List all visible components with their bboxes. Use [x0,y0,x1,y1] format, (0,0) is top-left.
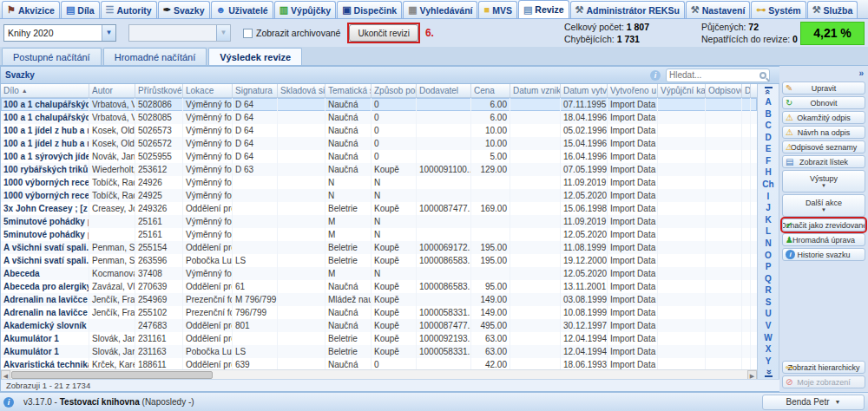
module-tab[interactable]: ⚒ Nastavení [686,1,750,18]
alphabet-letter[interactable]: K [762,215,773,225]
alphabet-letter[interactable]: W [762,333,773,342]
double-chevron-up-icon[interactable]: « [765,85,773,96]
sidebar-action-button[interactable]: ✎ Upravit [782,82,865,95]
column-header[interactable]: Výpůjční kat .. [658,84,706,97]
table-row[interactable]: A všichni svatí spali. 2. díl Penman, Sh… [1,241,757,254]
column-header[interactable]: Způsob poři .. [372,84,417,97]
sidebar-action-button[interactable]: i Historie svazku [782,248,865,261]
alphabet-letter[interactable]: H [762,167,773,177]
module-tab[interactable]: ☻ Uživatelé [211,1,273,18]
table-row[interactable]: Adrenalin na lavičce : zp... Jenčík, Fra… [1,306,757,319]
table-row[interactable]: Abeceda pro alergiky a p... Zavázal, Vla… [1,280,757,293]
column-header[interactable]: Dat [742,84,751,97]
alphabet-letter[interactable]: R [762,285,773,295]
table-row[interactable]: Akumulátor 1 Slovák, Jan, ... 231163 Pob… [1,345,757,358]
current-user-button[interactable]: Benda Petr ▼ [762,395,865,410]
alphabet-letter[interactable]: A [762,97,773,107]
sidebar-action-button[interactable]: ⊶ Zobrazit hierarchicky [782,361,865,374]
table-row[interactable]: Akumulátor 1 Slovák, Jan, ... 231161 Odd… [1,332,757,345]
column-header[interactable]: Datum vytvo .. [561,84,608,97]
sidebar-action-button[interactable]: ✔ Označit jako zrevidované [782,219,865,232]
module-tab[interactable]: ⚑ Akvizice [2,1,60,18]
module-tab[interactable]: ■ MVS [478,1,516,18]
sidebar-action-button[interactable]: Výstupy ▼ [782,170,865,192]
alphabet-letter[interactable]: P [762,262,773,271]
module-tab[interactable]: ✒ Svazky [158,1,210,18]
column-header[interactable]: Autor [89,84,135,97]
scroll-left-icon[interactable]: ◀ [1,370,10,380]
alphabet-letter[interactable]: L [762,226,773,236]
table-row[interactable]: 1000 výborných receptů Tobíčk, Radk... 2… [1,176,757,189]
table-row[interactable]: 100 a 1 sýrových jídel Novák, Jan 502595… [1,150,757,163]
module-tab[interactable]: ▤ Díla [61,1,100,18]
column-header[interactable]: Dodavatel [417,84,471,97]
alphabet-letter[interactable]: U [762,309,773,318]
alphabet-letter[interactable]: F [762,156,773,166]
module-tab[interactable]: ⊶ Systém [751,1,806,18]
double-chevron-down-icon[interactable]: « [765,367,773,378]
alphabet-letter[interactable]: V [762,321,773,330]
alphabet-letter[interactable]: S [762,297,773,307]
search-icon[interactable] [760,72,766,79]
finish-revision-button[interactable]: Ukončit revizi [349,24,418,42]
table-row[interactable]: 100 a 1 chalupářských p... Vrbatová, Ve.… [1,111,757,124]
secondary-select[interactable]: ▼ [128,24,231,42]
module-tab[interactable]: ▤ Revize [518,0,569,18]
column-header[interactable]: Dílo▲ [1,84,89,97]
chevron-down-icon[interactable]: ▼ [216,25,230,41]
sidebar-action-button[interactable]: ⚠ Návrh na odpis [782,126,865,139]
search-box[interactable] [666,68,770,82]
sidebar-action-button[interactable]: ⚠ Odpisové seznamy [782,140,865,153]
table-row[interactable]: A všichni svatí spali. 2. díl Penman, Sh… [1,254,757,267]
column-header[interactable]: Lokace [183,84,233,97]
table-row[interactable]: 100 a 1 chalupářských p... Vrbatová, Ve.… [1,98,757,111]
alphabet-letter[interactable]: J [762,203,773,212]
table-row[interactable]: Akvaristická technika Krček, Karel, ... … [1,358,757,369]
sidebar-action-button[interactable]: ⊘ Moje zobrazení [782,375,865,388]
sidebar-action-button[interactable]: Další akce ▼ [782,194,865,217]
alphabet-letter[interactable]: Q [762,274,773,284]
table-row[interactable]: 100 rybářských triků : P... Wiederholt, … [1,163,757,176]
table-row[interactable]: 100 a 1 jídel z hub a na ... Kosek, Oldř… [1,124,757,137]
alphabet-letter[interactable]: D [762,133,773,142]
scrollbar-thumb[interactable] [11,371,213,379]
table-row[interactable]: 5minutové pohádky pře... 25161 Výměnný f… [1,215,757,228]
collapse-panel-icon[interactable]: » [782,68,865,82]
alphabet-letter[interactable]: Ch [762,179,773,189]
alphabet-letter[interactable]: Y [762,356,773,366]
column-header[interactable]: Signatura [233,84,278,97]
revision-select[interactable]: Knihy 2020 ▼ [3,24,116,42]
table-row[interactable]: 3x John Creasey ; [z ang... Creasey, Joh… [1,202,757,215]
column-header[interactable]: Přírůstkové .. [135,84,183,97]
alphabet-letter[interactable]: E [762,144,773,153]
column-header[interactable]: Odpisové číslo [706,84,742,97]
module-tab[interactable]: ☰ Autority [101,1,157,18]
column-header[interactable]: Skladová si .. [278,84,326,97]
alphabet-letter[interactable]: I [762,192,773,201]
alphabet-letter[interactable]: B [762,109,773,119]
table-row[interactable]: 100 a 1 jídel z hub a na ... Kosek, Oldř… [1,137,757,150]
scroll-right-icon[interactable]: ▶ [747,370,757,380]
horizontal-scrollbar[interactable]: ◀ ▶ [1,369,757,379]
alphabet-letter[interactable]: N [762,238,773,248]
sidebar-action-button[interactable]: ♟ Hromadná úprava [782,233,865,246]
revision-subtab[interactable]: Postupné načítání [2,48,102,65]
search-input[interactable] [669,70,760,80]
module-tab[interactable]: ⚒ Administrátor REKSu [570,1,685,18]
table-row[interactable]: 1000 výborných receptů Tobíčk, Radk... 2… [1,189,757,202]
module-tab[interactable]: ▥ Výpůjčky [274,1,337,18]
sidebar-action-button[interactable]: ⚠ Okamžitý odpis [782,111,865,124]
table-row[interactable]: Abeceda Kocmanová, ... 37408 Výměnný fon… [1,267,757,280]
table-row[interactable]: Akademický slovník cizíc... 247683 Odděl… [1,319,757,332]
sidebar-action-button[interactable]: ↻ Obnovit [782,96,865,109]
alphabet-letter[interactable]: C [762,121,773,130]
alphabet-letter[interactable]: O [762,251,773,260]
sidebar-action-button[interactable]: ▤ Zobrazit lístek [782,155,865,168]
chevron-down-icon[interactable]: ▼ [102,25,115,41]
column-header[interactable]: Vytvořeno u .. [608,84,658,97]
revision-subtab[interactable]: Výsledek revize [208,48,302,65]
revision-subtab[interactable]: Hromadné načítání [103,48,207,65]
module-tab[interactable]: ⚒ Služba [807,1,858,18]
alphabet-letter[interactable]: X [762,344,773,354]
column-header[interactable]: Cena [471,84,510,97]
